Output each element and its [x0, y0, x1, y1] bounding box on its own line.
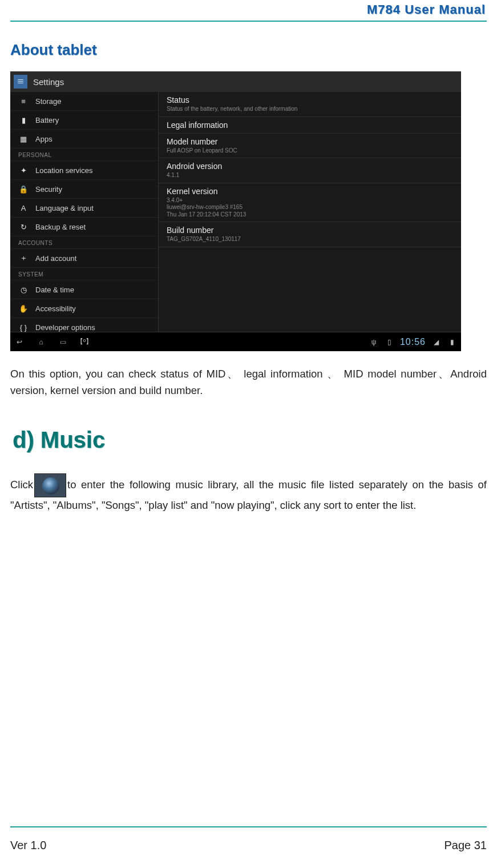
home-icon[interactable]: ⌂ — [35, 336, 47, 348]
doc-header-title: M784 User Manual — [10, 0, 486, 21]
window-titlebar: Settings — [10, 71, 461, 92]
wifi-icon: ◢ — [430, 336, 442, 348]
lang-icon: A — [18, 203, 29, 213]
content-sub: Full AOSP on Leopard SOC — [167, 147, 453, 155]
content-label: Android version — [167, 162, 453, 171]
sidebar-item-language[interactable]: ALanguage & input — [10, 199, 158, 218]
content-row-build[interactable]: Build numberTAG_GS702A_4110_130117 — [159, 222, 461, 247]
navbar-clock: 10:56 — [400, 337, 426, 347]
backup-icon: ↻ — [18, 222, 29, 232]
settings-icon — [14, 75, 27, 89]
sidebar-item-storage[interactable]: ≡Storage — [10, 92, 158, 111]
content-row-legal[interactable]: Legal information — [159, 117, 461, 134]
content-sub: Status of the battery, network, and othe… — [167, 106, 453, 113]
content-label: Build number — [167, 226, 453, 235]
content-label: Model number — [167, 137, 453, 146]
music-app-icon — [34, 473, 66, 497]
music-rest-text: to enter the following music library, al… — [10, 479, 487, 511]
lock-icon: 🔒 — [18, 184, 29, 194]
content-label: Status — [167, 95, 453, 105]
sidebar-item-label: Add account — [35, 254, 76, 263]
sidebar-item-label: Developer options — [35, 323, 95, 332]
sidebar-item-label: Battery — [35, 116, 59, 124]
sidebar-item-label: Language & input — [35, 204, 94, 212]
footer-divider — [10, 826, 487, 827]
content-row-kernel[interactable]: Kernel version3.4.0+ liuwei@srv-hw-compi… — [159, 183, 461, 223]
sidebar-heading-accounts: ACCOUNTS — [10, 236, 158, 249]
header-divider — [10, 21, 487, 22]
content-label: Legal information — [167, 120, 453, 130]
hand-icon: ✋ — [18, 303, 29, 314]
card-icon: ▯ — [384, 336, 395, 348]
settings-screenshot: Settings ≡Storage ▮Battery ▦Apps PERSONA… — [10, 71, 461, 351]
sidebar-item-developer[interactable]: { }Developer options — [10, 318, 158, 332]
svg-rect-0 — [18, 81, 23, 82]
content-row-model[interactable]: Model numberFull AOSP on Leopard SOC — [159, 134, 461, 159]
content-sub: 3.4.0+ liuwei@srv-hw-compile3 #165 Thu J… — [167, 197, 453, 219]
page-footer: Ver 1.0 Page 31 — [10, 826, 487, 852]
content-row-android[interactable]: Android version4.1.1 — [159, 158, 461, 183]
battery-status-icon: ▮ — [446, 336, 458, 348]
apps-icon: ▦ — [18, 134, 29, 144]
music-click-word: Click — [10, 479, 33, 491]
recent-icon[interactable]: ▭ — [57, 336, 68, 348]
svg-rect-2 — [18, 83, 23, 83]
sidebar-item-label: Storage — [35, 97, 62, 106]
content-sub: 4.1.1 — [167, 172, 453, 179]
about-paragraph: On this option, you can check status of … — [10, 366, 487, 399]
settings-sidebar: ≡Storage ▮Battery ▦Apps PERSONAL ✦Locati… — [10, 92, 159, 332]
sidebar-item-label: Accessibility — [35, 304, 76, 313]
sidebar-item-addaccount[interactable]: ＋Add account — [10, 249, 158, 268]
section-title-about: About tablet — [10, 41, 487, 59]
sidebar-item-location[interactable]: ✦Location services — [10, 161, 158, 180]
section-title-music: d) Music — [13, 427, 487, 453]
battery-icon: ▮ — [18, 115, 29, 125]
window-title: Settings — [33, 77, 64, 87]
sidebar-item-label: Date & time — [35, 286, 74, 294]
sidebar-item-security[interactable]: 🔒Security — [10, 180, 158, 199]
sidebar-item-apps[interactable]: ▦Apps — [10, 130, 158, 148]
content-sub: TAG_GS702A_4110_130117 — [167, 236, 453, 243]
sidebar-heading-personal: PERSONAL — [10, 148, 158, 161]
content-label: Kernel version — [167, 187, 453, 196]
content-row-status[interactable]: StatusStatus of the battery, network, an… — [159, 92, 461, 117]
sidebar-item-accessibility[interactable]: ✋Accessibility — [10, 299, 158, 318]
storage-icon: ≡ — [18, 96, 29, 106]
usb-icon: ψ — [368, 336, 379, 348]
clock-icon: ◷ — [18, 284, 29, 295]
sidebar-item-backup[interactable]: ↻Backup & reset — [10, 218, 158, 236]
svg-rect-1 — [18, 79, 23, 80]
sidebar-item-label: Location services — [35, 166, 92, 175]
location-icon: ✦ — [18, 165, 29, 175]
android-navbar: ↩ ⌂ ▭ 【º】 ψ ▯ 10:56 ◢ ▮ — [10, 332, 461, 351]
sidebar-item-label: Backup & reset — [35, 223, 86, 231]
sidebar-item-label: Apps — [35, 135, 52, 143]
music-paragraph: Clickto enter the following music librar… — [10, 473, 487, 514]
screenshot-nav-icon[interactable]: 【º】 — [79, 336, 90, 348]
sidebar-item-datetime[interactable]: ◷Date & time — [10, 280, 158, 299]
sidebar-heading-system: SYSTEM — [10, 268, 158, 280]
sidebar-item-battery[interactable]: ▮Battery — [10, 111, 158, 130]
braces-icon: { } — [18, 322, 29, 332]
sidebar-item-label: Security — [35, 185, 62, 194]
settings-content-pane: StatusStatus of the battery, network, an… — [159, 92, 461, 332]
plus-icon: ＋ — [18, 253, 29, 263]
footer-page-number: Page 31 — [444, 839, 487, 852]
footer-version: Ver 1.0 — [10, 839, 46, 852]
back-icon[interactable]: ↩ — [14, 336, 25, 348]
